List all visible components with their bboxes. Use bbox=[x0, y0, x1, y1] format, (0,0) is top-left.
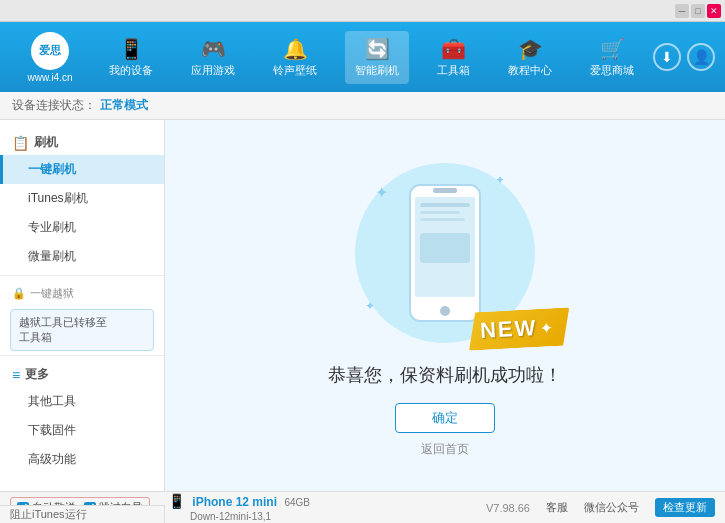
confirm-button[interactable]: 确定 bbox=[395, 403, 495, 433]
lock-icon: 🔒 bbox=[12, 287, 26, 300]
bottom-right: V7.98.66 客服 微信公众号 检查更新 bbox=[486, 498, 715, 517]
more-group-icon: ≡ bbox=[12, 367, 20, 383]
nav-my-device[interactable]: 📱 我的设备 bbox=[99, 31, 163, 84]
sidebar-item-wipe-flash[interactable]: 微量刷机 bbox=[0, 242, 164, 271]
nav-toolbox[interactable]: 🧰 工具箱 bbox=[427, 31, 480, 84]
customer-service-link[interactable]: 客服 bbox=[546, 500, 568, 515]
notice-text: 越狱工具已转移至工具箱 bbox=[19, 316, 107, 343]
min-button[interactable]: ─ bbox=[675, 4, 689, 18]
device-firmware: Down-12mini-13,1 bbox=[190, 509, 310, 523]
device-name: iPhone 12 mini bbox=[192, 495, 277, 509]
advanced-label: 高级功能 bbox=[28, 452, 76, 466]
new-badge: NEW ✦ bbox=[467, 307, 571, 350]
nav-store-label: 爱思商城 bbox=[590, 63, 634, 78]
sidebar-notice: 越狱工具已转移至工具箱 bbox=[10, 309, 154, 351]
success-illustration: ✦ ✦ ✦ NEW ✦ bbox=[335, 153, 555, 353]
download-firmware-label: 下载固件 bbox=[28, 423, 76, 437]
status-bar: 设备连接状态： 正常模式 bbox=[0, 92, 725, 120]
device-storage: 64GB bbox=[284, 497, 310, 508]
sidebar-item-download-firmware[interactable]: 下载固件 bbox=[0, 416, 164, 445]
jailbreak-title: 一键越狱 bbox=[30, 286, 74, 301]
divider-1 bbox=[0, 275, 164, 276]
svg-rect-4 bbox=[420, 203, 470, 207]
flash-group-icon: 📋 bbox=[12, 135, 29, 151]
stop-itunes-bar: 阻止iTunes运行 bbox=[0, 505, 165, 523]
user-button[interactable]: 👤 bbox=[687, 43, 715, 71]
nav-apps-games-label: 应用游戏 bbox=[191, 63, 235, 78]
itunes-flash-label: iTunes刷机 bbox=[28, 191, 88, 205]
more-group-title: 更多 bbox=[25, 366, 49, 383]
sparkle-tl: ✦ bbox=[375, 183, 388, 202]
logo-url: www.i4.cn bbox=[27, 72, 72, 83]
download-button[interactable]: ⬇ bbox=[653, 43, 681, 71]
new-star-left: ✦ bbox=[538, 318, 552, 338]
nav-ringtone-wallpaper[interactable]: 🔔 铃声壁纸 bbox=[263, 31, 327, 84]
max-button[interactable]: □ bbox=[691, 4, 705, 18]
sidebar-item-one-click-flash[interactable]: 一键刷机 bbox=[0, 155, 164, 184]
smart-flash-icon: 🔄 bbox=[365, 37, 390, 61]
success-message: 恭喜您，保资料刷机成功啦！ bbox=[328, 363, 562, 387]
apps-games-icon: 🎮 bbox=[201, 37, 226, 61]
new-badge-text: NEW bbox=[479, 315, 538, 344]
title-bar: ─ □ ✕ bbox=[0, 0, 725, 22]
pro-flash-label: 专业刷机 bbox=[28, 220, 76, 234]
nav-apps-games[interactable]: 🎮 应用游戏 bbox=[181, 31, 245, 84]
other-tools-label: 其他工具 bbox=[28, 394, 76, 408]
tutorial-icon: 🎓 bbox=[518, 37, 543, 61]
sidebar-jailbreak-title: 🔒 一键越狱 bbox=[0, 280, 164, 305]
stop-itunes-button[interactable]: 阻止iTunes运行 bbox=[10, 507, 87, 522]
nav-ringtone-label: 铃声壁纸 bbox=[273, 63, 317, 78]
check-update-button[interactable]: 检查更新 bbox=[655, 498, 715, 517]
toolbox-icon: 🧰 bbox=[441, 37, 466, 61]
nav-smart-flash-label: 智能刷机 bbox=[355, 63, 399, 78]
return-home-link[interactable]: 返回首页 bbox=[421, 441, 469, 458]
svg-point-3 bbox=[440, 306, 450, 316]
sidebar-item-pro-flash[interactable]: 专业刷机 bbox=[0, 213, 164, 242]
device-icon: 📱 bbox=[168, 493, 185, 509]
divider-2 bbox=[0, 355, 164, 356]
sparkle-bl: ✦ bbox=[365, 299, 375, 313]
main-layout: 📋 刷机 一键刷机 iTunes刷机 专业刷机 微量刷机 🔒 一键越狱 越狱工具… bbox=[0, 120, 725, 491]
sidebar-item-itunes-flash[interactable]: iTunes刷机 bbox=[0, 184, 164, 213]
ringtone-icon: 🔔 bbox=[283, 37, 308, 61]
nav-my-device-label: 我的设备 bbox=[109, 63, 153, 78]
logo-icon: 爱思 bbox=[31, 32, 69, 70]
wechat-link[interactable]: 微信公众号 bbox=[584, 500, 639, 515]
sidebar-item-advanced[interactable]: 高级功能 bbox=[0, 445, 164, 474]
sidebar-group-more: ≡ 更多 bbox=[0, 360, 164, 387]
header: 爱思 www.i4.cn 📱 我的设备 🎮 应用游戏 🔔 铃声壁纸 🔄 智能刷机… bbox=[0, 22, 725, 92]
wipe-flash-label: 微量刷机 bbox=[28, 249, 76, 263]
one-click-flash-label: 一键刷机 bbox=[28, 162, 76, 176]
phone-svg bbox=[405, 183, 485, 323]
device-info: 📱 iPhone 12 mini 64GB Down-12mini-13,1 bbox=[168, 493, 310, 523]
nav-tutorial[interactable]: 🎓 教程中心 bbox=[498, 31, 562, 84]
my-device-icon: 📱 bbox=[119, 37, 144, 61]
svg-rect-7 bbox=[420, 233, 470, 263]
content-area: ✦ ✦ ✦ NEW ✦ bbox=[165, 120, 725, 491]
svg-rect-6 bbox=[420, 218, 465, 221]
nav-tutorial-label: 教程中心 bbox=[508, 63, 552, 78]
svg-rect-5 bbox=[420, 211, 460, 214]
sparkle-tr: ✦ bbox=[495, 173, 505, 187]
version-label: V7.98.66 bbox=[486, 502, 530, 514]
status-value: 正常模式 bbox=[100, 97, 148, 114]
sidebar: 📋 刷机 一键刷机 iTunes刷机 专业刷机 微量刷机 🔒 一键越狱 越狱工具… bbox=[0, 120, 165, 491]
nav-smart-flash[interactable]: 🔄 智能刷机 bbox=[345, 31, 409, 84]
flash-group-title: 刷机 bbox=[34, 134, 58, 151]
nav-bar: 📱 我的设备 🎮 应用游戏 🔔 铃声壁纸 🔄 智能刷机 🧰 工具箱 🎓 教程中心… bbox=[90, 31, 653, 84]
store-icon: 🛒 bbox=[600, 37, 625, 61]
sidebar-item-other-tools[interactable]: 其他工具 bbox=[0, 387, 164, 416]
nav-toolbox-label: 工具箱 bbox=[437, 63, 470, 78]
logo-area: 爱思 www.i4.cn bbox=[10, 32, 90, 83]
header-right: ⬇ 👤 bbox=[653, 43, 715, 71]
svg-rect-2 bbox=[433, 188, 457, 193]
nav-store[interactable]: 🛒 爱思商城 bbox=[580, 31, 644, 84]
status-label: 设备连接状态： bbox=[12, 97, 96, 114]
sidebar-group-flash: 📋 刷机 bbox=[0, 128, 164, 155]
close-button[interactable]: ✕ bbox=[707, 4, 721, 18]
